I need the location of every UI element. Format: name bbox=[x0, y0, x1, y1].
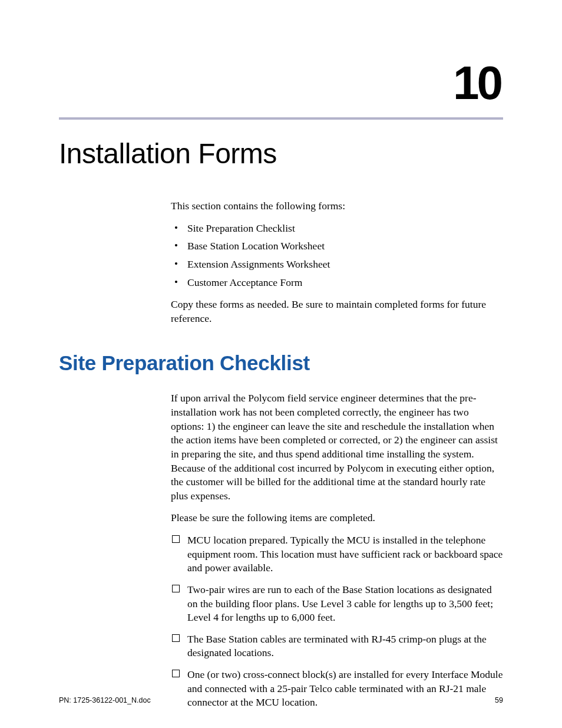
checklist-text: Two-pair wires are run to each of the Ba… bbox=[187, 584, 493, 623]
intro-block: This section contains the following form… bbox=[171, 199, 503, 325]
checklist-item: MCU location prepared. Typically the MCU… bbox=[171, 533, 503, 575]
checkbox-icon bbox=[172, 634, 180, 642]
section-block: If upon arrival the Polycom field servic… bbox=[171, 391, 503, 710]
checkbox-icon bbox=[172, 585, 180, 592]
checklist-item: The Base Station cables are terminated w… bbox=[171, 633, 503, 660]
chapter-number: 10 bbox=[59, 56, 503, 110]
checkbox-icon bbox=[172, 670, 180, 677]
footer-doc-id: PN: 1725-36122-001_N.doc bbox=[59, 696, 151, 704]
section-heading: Site Preparation Checklist bbox=[59, 351, 503, 375]
checklist-item: Two-pair wires are run to each of the Ba… bbox=[171, 583, 503, 625]
footer-page-number: 59 bbox=[495, 696, 503, 704]
checklist: MCU location prepared. Typically the MCU… bbox=[171, 533, 503, 710]
intro-lead: This section contains the following form… bbox=[171, 199, 503, 213]
intro-list-item: Extension Assignments Worksheet bbox=[171, 258, 503, 272]
chapter-rule bbox=[59, 117, 503, 120]
intro-list-item: Site Preparation Checklist bbox=[171, 222, 503, 236]
intro-list: Site Preparation Checklist Base Station … bbox=[171, 222, 503, 290]
checklist-text: MCU location prepared. Typically the MCU… bbox=[187, 534, 503, 574]
page-footer: PN: 1725-36122-001_N.doc 59 bbox=[59, 696, 503, 704]
intro-list-item: Customer Acceptance Form bbox=[171, 276, 503, 290]
section-para2: Please be sure the following items are c… bbox=[171, 511, 503, 525]
intro-followup: Copy these forms as needed. Be sure to m… bbox=[171, 298, 503, 325]
checkbox-icon bbox=[172, 535, 180, 543]
chapter-title: Installation Forms bbox=[59, 137, 503, 170]
intro-list-item: Base Station Location Worksheet bbox=[171, 239, 503, 253]
section-para1: If upon arrival the Polycom field servic… bbox=[171, 391, 503, 503]
checklist-text: The Base Station cables are terminated w… bbox=[187, 633, 487, 659]
